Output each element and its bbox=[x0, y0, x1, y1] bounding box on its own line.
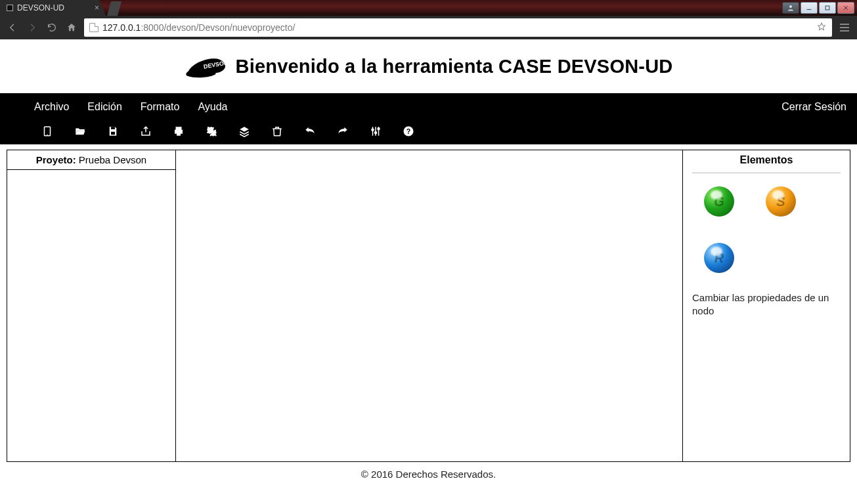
svg-text:?: ? bbox=[407, 127, 410, 135]
url-text: 127.0.0.1:8000/devson/Devson/nuevoproyec… bbox=[102, 22, 812, 33]
help-icon[interactable]: ? bbox=[402, 125, 415, 138]
svg-rect-7 bbox=[111, 132, 115, 135]
print-icon[interactable] bbox=[172, 125, 185, 138]
svg-rect-6 bbox=[111, 127, 115, 129]
layers-icon[interactable] bbox=[238, 125, 251, 138]
nav-home-button[interactable] bbox=[64, 20, 79, 35]
svg-point-5 bbox=[47, 135, 48, 136]
bookmark-star-icon[interactable] bbox=[816, 22, 827, 34]
elements-caption: Cambiar las propiedades de un nodo bbox=[692, 291, 841, 318]
nav-reload-button[interactable] bbox=[45, 20, 59, 35]
app-menubar: Archivo Edición Formato Ayuda Cerrar Ses… bbox=[0, 93, 857, 144]
element-green[interactable]: G bbox=[704, 186, 734, 217]
svg-rect-1 bbox=[807, 9, 812, 10]
project-label: Proyeto: bbox=[36, 154, 76, 165]
elements-panel: Elementos G S R Cambiar las propiedades … bbox=[682, 150, 850, 462]
window-controls bbox=[780, 0, 857, 16]
elements-title: Elementos bbox=[692, 154, 841, 166]
favicon-placeholder-icon bbox=[7, 5, 13, 11]
svg-point-10 bbox=[375, 132, 377, 134]
svg-rect-2 bbox=[825, 6, 829, 10]
logo-icon: DEVSON bbox=[185, 50, 233, 83]
window-maximize-button[interactable] bbox=[819, 2, 836, 14]
window-minimize-button[interactable] bbox=[801, 2, 818, 14]
svg-point-9 bbox=[372, 129, 374, 131]
os-titlebar: DEVSON-UD × bbox=[0, 0, 857, 16]
undo-icon[interactable] bbox=[303, 125, 317, 138]
settings-sliders-icon[interactable] bbox=[369, 125, 382, 138]
share-icon[interactable] bbox=[139, 125, 152, 138]
project-name: Prueba Devson bbox=[79, 154, 146, 165]
new-tab-button[interactable] bbox=[107, 0, 121, 16]
tab-close-icon[interactable]: × bbox=[95, 3, 99, 12]
element-orange[interactable]: S bbox=[766, 186, 796, 217]
svg-point-11 bbox=[378, 128, 380, 130]
redo-icon[interactable] bbox=[336, 125, 349, 138]
page-icon bbox=[89, 23, 99, 32]
menu-ayuda[interactable]: Ayuda bbox=[198, 101, 227, 113]
project-header: Proyeto: Prueba Devson bbox=[7, 150, 175, 170]
app-header: DEVSON Bienvenido a la herramienta CASE … bbox=[0, 39, 857, 93]
project-panel: Proyeto: Prueba Devson bbox=[7, 150, 176, 462]
tablet-icon[interactable] bbox=[41, 125, 54, 138]
toolbar: ? bbox=[34, 119, 846, 143]
footer-copyright: © 2016 Derechos Reservados. bbox=[0, 465, 857, 480]
svg-point-0 bbox=[789, 5, 792, 8]
element-blue[interactable]: R bbox=[704, 243, 734, 273]
save-icon[interactable] bbox=[106, 125, 120, 138]
browser-toolbar: 127.0.0.1:8000/devson/Devson/nuevoproyec… bbox=[0, 16, 857, 39]
user-account-button[interactable] bbox=[782, 2, 799, 14]
window-close-button[interactable] bbox=[837, 2, 854, 14]
browser-tab-title: DEVSON-UD bbox=[17, 3, 64, 12]
menu-edicion[interactable]: Edición bbox=[87, 101, 121, 113]
divider bbox=[692, 173, 841, 173]
canvas-area[interactable] bbox=[176, 150, 682, 462]
select-group-icon[interactable] bbox=[205, 125, 218, 138]
delete-icon[interactable] bbox=[271, 125, 284, 138]
menu-archivo[interactable]: Archivo bbox=[34, 101, 69, 113]
nav-back-button[interactable] bbox=[5, 20, 20, 35]
workspace: Proyeto: Prueba Devson Elementos G S R C… bbox=[0, 144, 857, 465]
folder-open-icon[interactable] bbox=[74, 125, 87, 138]
address-bar[interactable]: 127.0.0.1:8000/devson/Devson/nuevoproyec… bbox=[84, 18, 832, 37]
menu-formato[interactable]: Formato bbox=[141, 101, 180, 113]
nav-forward-button[interactable] bbox=[25, 20, 39, 35]
page-title: Bienvenido a la herramienta CASE DEVSON-… bbox=[236, 56, 673, 77]
browser-menu-button[interactable] bbox=[837, 20, 852, 35]
logout-link[interactable]: Cerrar Sesión bbox=[781, 101, 846, 113]
browser-tab[interactable]: DEVSON-UD × bbox=[0, 0, 106, 16]
